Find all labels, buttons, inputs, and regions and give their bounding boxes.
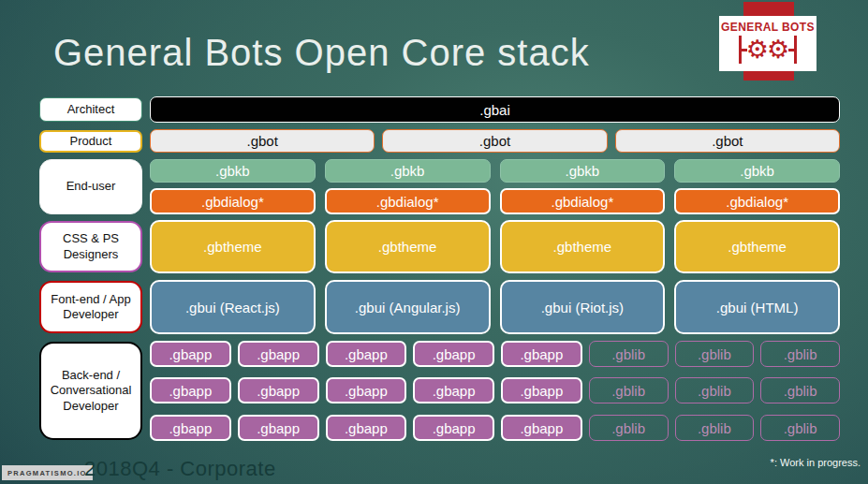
page-title: General Bots Open Core stack xyxy=(53,32,590,74)
role-label-end-user: End-user xyxy=(39,159,142,214)
footer-caption: 2018Q4 - Corporate xyxy=(84,457,276,481)
gbkb-box: .gbkb xyxy=(325,159,491,183)
gbapp-box: .gbapp xyxy=(150,415,231,441)
gbapp-box: .gbapp xyxy=(413,377,494,403)
layer-gbapp-row-1: .gbapp .gbapp .gbapp .gbapp .gbapp .gbli… xyxy=(150,341,840,367)
work-in-progress-note: *: Work in progress. xyxy=(771,457,861,468)
gbapp-box: .gbapp xyxy=(238,377,319,403)
gblib-box: .gblib xyxy=(589,341,669,367)
layer-gbdialog: .gbdialog* .gbdialog* .gbdialog* .gbdial… xyxy=(150,188,840,214)
gbdialog-box: .gbdialog* xyxy=(325,188,491,214)
gbapp-box: .gbapp xyxy=(150,377,231,403)
role-label-designers: CSS & PS Designers xyxy=(39,221,142,272)
gbot-box: .gbot xyxy=(150,129,375,153)
gbdialog-box: .gbdialog* xyxy=(500,188,666,214)
gblib-box: .gblib xyxy=(760,415,840,441)
general-bots-logo: GENERAL BOTS ⚙ ⚙ xyxy=(719,16,817,71)
role-label-frontend-developer: Font-end / App Developer xyxy=(39,281,142,333)
gbtheme-box: .gbtheme xyxy=(500,220,666,273)
gear-axis-bar xyxy=(794,36,797,64)
gbapp-box: .gbapp xyxy=(501,415,582,441)
pragmatismo-brand-chip: PRAGMATISMO.IO xyxy=(2,465,93,480)
gbapp-box: .gbapp xyxy=(326,415,407,441)
gbui-react-box: .gbui (React.js) xyxy=(150,280,316,334)
gbapp-box: .gbapp xyxy=(413,341,494,367)
gbui-riot-box: .gbui (Riot.js) xyxy=(500,280,666,334)
gbtheme-box: .gbtheme xyxy=(150,220,316,273)
gbui-html-box: .gbui (HTML) xyxy=(674,280,840,334)
gblib-box: .gblib xyxy=(675,377,755,403)
gbtheme-box: .gbtheme xyxy=(674,220,840,273)
gbapp-box: .gbapp xyxy=(413,415,494,441)
gblib-box: .gblib xyxy=(675,341,755,367)
gbapp-box: .gbapp xyxy=(501,341,582,367)
layer-gbot: .gbot .gbot .gbot xyxy=(150,129,840,153)
gbapp-box: .gbapp xyxy=(150,341,231,367)
gbkb-box: .gbkb xyxy=(500,159,666,183)
layer-gbkb: .gbkb .gbkb .gbkb .gbkb xyxy=(150,159,840,183)
gbapp-box: .gbapp xyxy=(501,377,582,403)
logo-brand-text: GENERAL BOTS xyxy=(721,22,815,33)
slide: General Bots Open Core stack GENERAL BOT… xyxy=(0,0,868,484)
gbapp-box: .gbapp xyxy=(326,341,407,367)
gears-icon: ⚙ ⚙ xyxy=(739,34,797,66)
gbapp-box: .gbapp xyxy=(238,415,319,441)
gear-icon: ⚙ xyxy=(767,36,789,64)
layer-gbapp-row-2: .gbapp .gbapp .gbapp .gbapp .gbapp .gbli… xyxy=(150,377,840,403)
gblib-box: .gblib xyxy=(589,377,669,403)
gbdialog-box: .gbdialog* xyxy=(674,188,840,214)
gbui-angular-box: .gbui (Angular.js) xyxy=(325,280,491,334)
layer-gbapp-row-3: .gbapp .gbapp .gbapp .gbapp .gbapp .gbli… xyxy=(150,415,840,441)
gblib-box: .gblib xyxy=(760,341,840,367)
role-label-backend-developer: Back-end / Conversational Developer xyxy=(39,342,142,440)
gblib-box: .gblib xyxy=(675,415,755,441)
gbdialog-box: .gbdialog* xyxy=(150,188,316,214)
gbtheme-box: .gbtheme xyxy=(325,220,491,273)
gbot-box: .gbot xyxy=(615,129,840,153)
gbapp-box: .gbapp xyxy=(326,377,407,403)
gbkb-box: .gbkb xyxy=(674,159,840,183)
gbapp-box: .gbapp xyxy=(238,341,319,367)
gblib-box: .gblib xyxy=(760,377,840,403)
gbot-box: .gbot xyxy=(382,129,607,153)
layer-gbai: .gbai xyxy=(150,96,840,123)
gbai-box: .gbai xyxy=(150,96,840,123)
layer-gbui: .gbui (React.js) .gbui (Angular.js) .gbu… xyxy=(150,280,840,334)
gbkb-box: .gbkb xyxy=(150,159,316,183)
role-label-product: Product xyxy=(39,130,142,153)
gblib-box: .gblib xyxy=(589,415,669,441)
gear-icon: ⚙ xyxy=(746,36,769,64)
role-label-architect: Architect xyxy=(39,97,142,122)
layer-gbtheme: .gbtheme .gbtheme .gbtheme .gbtheme xyxy=(150,220,840,273)
